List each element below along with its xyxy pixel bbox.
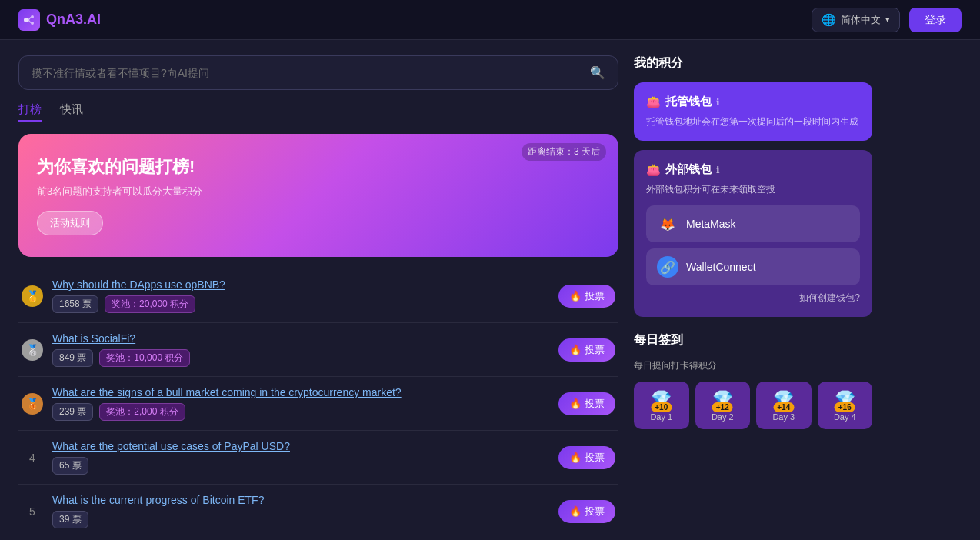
logo: QnA3.AI xyxy=(18,9,101,31)
item-content: What is the current progress of Bitcoin … xyxy=(52,494,549,528)
list-item: 🥉 What are the signs of a bull market co… xyxy=(18,377,618,431)
svg-point-1 xyxy=(31,15,34,18)
info-icon: ℹ xyxy=(716,165,720,175)
main-layout: 🔍 打榜 快讯 距离结束：3 天后 为你喜欢的问题打榜! 前3名问题的支持者可以… xyxy=(0,40,980,540)
wallet-icon: 👛 xyxy=(646,163,661,177)
vote-button[interactable]: 🔥 投票 xyxy=(558,392,615,415)
item-title[interactable]: What are the potential use cases of PayP… xyxy=(52,440,549,452)
walletconnect-option[interactable]: 🔗 WalletConnect xyxy=(646,248,860,285)
vote-button[interactable]: 🔥 投票 xyxy=(558,285,615,308)
search-box: 🔍 xyxy=(18,55,618,90)
banner-timer: 距离结束：3 天后 xyxy=(522,143,606,161)
tab-ranking[interactable]: 打榜 xyxy=(18,102,42,122)
language-selector[interactable]: 🌐 简体中文 ▾ xyxy=(812,8,900,32)
reward-tag: 奖池：10,000 积分 xyxy=(99,349,190,367)
daily-grid: 💎 +10 Day 1 💎 +12 Day 2 💎 +14 Day 3 💎 +1… xyxy=(634,382,872,429)
vote-count: 1658 票 xyxy=(52,295,98,313)
svg-point-2 xyxy=(31,22,34,25)
rank-medal-1: 🥇 xyxy=(22,285,43,307)
ranking-list: 🥇 Why should the DApps use opBNB? 1658 票… xyxy=(18,269,618,540)
create-wallet-link[interactable]: 如何创建钱包? xyxy=(646,292,860,305)
daily-reward: +14 xyxy=(773,402,794,412)
chevron-down-icon: ▾ xyxy=(885,15,890,25)
wallet-icon: 👛 xyxy=(646,95,661,109)
daily-reward: +10 xyxy=(651,402,672,412)
rank-number: 5 xyxy=(22,505,43,518)
banner-title: 为你喜欢的问题打榜! xyxy=(37,155,600,178)
search-icon[interactable]: 🔍 xyxy=(590,65,605,80)
custodial-wallet-header: 👛 托管钱包 ℹ xyxy=(646,95,860,109)
reward-tag: 奖池：20,000 积分 xyxy=(105,295,195,313)
item-tags: 239 票 奖池：2,000 积分 xyxy=(52,403,549,421)
info-icon: ℹ xyxy=(716,97,720,108)
metamask-option[interactable]: 🦊 MetaMask xyxy=(646,205,860,242)
item-title[interactable]: What is the current progress of Bitcoin … xyxy=(52,494,549,506)
item-title[interactable]: Why should the DApps use opBNB? xyxy=(52,278,549,291)
vote-count: 39 票 xyxy=(52,511,88,528)
daily-card-1[interactable]: 💎 +10 Day 1 xyxy=(634,382,689,429)
vote-button[interactable]: 🔥 投票 xyxy=(558,338,615,362)
daily-label: Day 2 xyxy=(702,412,745,422)
logo-icon xyxy=(18,9,40,31)
item-content: Why should the DApps use opBNB? 1658 票 奖… xyxy=(52,278,549,313)
tab-news[interactable]: 快讯 xyxy=(60,102,83,122)
header-right: 🌐 简体中文 ▾ 登录 xyxy=(812,8,962,32)
rank-number: 4 xyxy=(22,452,43,464)
svg-point-0 xyxy=(24,18,28,22)
item-title[interactable]: What are the signs of a bull market comi… xyxy=(52,386,549,398)
vote-count: 239 票 xyxy=(52,403,93,421)
vote-button[interactable]: 🔥 投票 xyxy=(558,446,615,469)
item-tags: 1658 票 奖池：20,000 积分 xyxy=(52,295,549,313)
daily-checkin-section: 每日签到 每日提问打卡得积分 💎 +10 Day 1 💎 +12 Day 2 💎… xyxy=(634,332,872,429)
vote-count: 849 票 xyxy=(52,349,93,367)
tabs: 打榜 快讯 xyxy=(18,102,618,122)
metamask-icon: 🦊 xyxy=(657,213,678,235)
list-item: 🥇 Why should the DApps use opBNB? 1658 票… xyxy=(18,269,618,323)
custodial-wallet-card: 👛 托管钱包 ℹ 托管钱包地址会在您第一次提问后的一段时间内生成 xyxy=(634,82,872,141)
daily-card-4[interactable]: 💎 +16 Day 4 xyxy=(818,382,873,429)
item-title[interactable]: What is SocialFi? xyxy=(52,332,549,345)
daily-card-3[interactable]: 💎 +14 Day 3 xyxy=(756,382,812,429)
svg-line-4 xyxy=(28,20,31,23)
activity-rules-button[interactable]: 活动规则 xyxy=(37,211,103,235)
header: QnA3.AI 🌐 简体中文 ▾ 登录 xyxy=(0,0,980,40)
list-item: 5 What is the current progress of Bitcoi… xyxy=(18,485,618,538)
daily-reward: +16 xyxy=(835,402,855,412)
right-panel: 我的积分 👛 托管钱包 ℹ 托管钱包地址会在您第一次提问后的一段时间内生成 👛 … xyxy=(634,55,872,540)
item-content: What are the potential use cases of PayP… xyxy=(52,440,549,475)
daily-label: Day 4 xyxy=(824,412,867,422)
item-content: What is SocialFi? 849 票 奖池：10,000 积分 xyxy=(52,332,549,367)
walletconnect-icon: 🔗 xyxy=(657,256,678,278)
daily-label: Day 1 xyxy=(640,412,683,422)
search-input[interactable] xyxy=(32,67,582,79)
vote-button[interactable]: 🔥 投票 xyxy=(558,500,615,523)
item-tags: 65 票 xyxy=(52,457,549,475)
item-tags: 849 票 奖池：10,000 积分 xyxy=(52,349,549,367)
external-wallet-card: 👛 外部钱包 ℹ 外部钱包积分可在未来领取空投 🦊 MetaMask 🔗 Wal… xyxy=(634,150,872,317)
reward-tag: 奖池：2,000 积分 xyxy=(99,403,185,421)
left-panel: 🔍 打榜 快讯 距离结束：3 天后 为你喜欢的问题打榜! 前3名问题的支持者可以… xyxy=(18,55,618,540)
my-points-title: 我的积分 xyxy=(634,55,872,72)
daily-reward: +12 xyxy=(712,402,733,412)
custodial-wallet-desc: 托管钱包地址会在您第一次提问后的一段时间内生成 xyxy=(646,115,860,128)
item-tags: 39 票 xyxy=(52,511,549,528)
item-content: What are the signs of a bull market comi… xyxy=(52,386,549,421)
banner: 距离结束：3 天后 为你喜欢的问题打榜! 前3名问题的支持者可以瓜分大量积分 活… xyxy=(18,134,618,257)
rank-medal-2: 🥈 xyxy=(22,339,43,361)
daily-label: Day 3 xyxy=(762,412,805,422)
rank-medal-3: 🥉 xyxy=(22,393,43,415)
daily-card-2[interactable]: 💎 +12 Day 2 xyxy=(695,382,751,429)
daily-checkin-title: 每日签到 xyxy=(634,332,872,348)
external-wallet-desc: 外部钱包积分可在未来领取空投 xyxy=(646,183,860,196)
banner-subtitle: 前3名问题的支持者可以瓜分大量积分 xyxy=(37,185,600,198)
svg-line-3 xyxy=(28,17,31,20)
list-item: 4 What are the potential use cases of Pa… xyxy=(18,431,618,485)
daily-checkin-desc: 每日提问打卡得积分 xyxy=(634,359,872,372)
external-wallet-header: 👛 外部钱包 ℹ xyxy=(646,162,860,177)
globe-icon: 🌐 xyxy=(822,13,836,27)
vote-count: 65 票 xyxy=(52,457,88,475)
logo-text: QnA3.AI xyxy=(46,12,101,28)
login-button[interactable]: 登录 xyxy=(909,8,962,32)
list-item: 🥈 What is SocialFi? 849 票 奖池：10,000 积分 🔥… xyxy=(18,323,618,377)
